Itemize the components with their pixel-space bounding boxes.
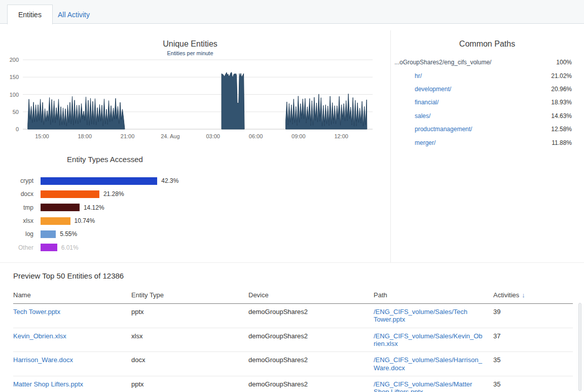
common-path-percent: 18.93%	[551, 99, 572, 106]
entity-type-row: tmp14.12%	[0, 201, 178, 214]
area-series[interactable]	[222, 72, 244, 129]
common-paths-list: ...oGroupShares2/eng_cifs_volume/100%hr/…	[394, 56, 577, 149]
activities-cell: 37	[493, 332, 573, 348]
entity-type-value: 21.28%	[103, 190, 124, 198]
common-path-link[interactable]: financial/	[415, 99, 439, 106]
entity-name-link[interactable]: Matter Shop Lifters.pptx	[13, 380, 131, 392]
entity-type-bar[interactable]	[41, 177, 157, 185]
entity-type-bar[interactable]	[41, 204, 80, 211]
common-path-percent: 11.88%	[552, 139, 572, 146]
common-path-link[interactable]: hr/	[415, 72, 422, 80]
column-header-name[interactable]: Name	[13, 291, 131, 299]
entity-type-bar[interactable]	[41, 190, 99, 198]
common-path-percent: 20.96%	[551, 86, 572, 93]
common-path-row: development/20.96%	[394, 83, 577, 96]
entity-types-bars: crypt42.3%docx21.28%tmp14.12%xlsx10.74%l…	[0, 174, 178, 254]
entity-type-cell: docx	[131, 356, 248, 372]
device-cell: demoGroupShares2	[248, 356, 374, 372]
table-scrollbar[interactable]	[578, 303, 581, 391]
device-cell: demoGroupShares2	[248, 380, 374, 392]
tab-entities[interactable]: Entities	[7, 5, 53, 24]
entity-type-row: xlsx10.74%	[0, 214, 178, 227]
common-path-row: productmanagement/12.58%	[394, 123, 577, 136]
entity-type-label: Other	[0, 244, 33, 251]
entity-type-bar[interactable]	[41, 217, 70, 225]
device-cell: demoGroupShares2	[248, 308, 374, 324]
entity-type-label: crypt	[0, 177, 33, 184]
entity-path-link[interactable]: /ENG_CIFS_volume/Sales/Harrison_Ware.doc…	[374, 356, 493, 372]
x-tick-label: 21:00	[121, 133, 135, 139]
common-path-row: merger/11.88%	[394, 136, 577, 149]
common-path-row: ...oGroupShares2/eng_cifs_volume/100%	[394, 56, 577, 69]
column-header-device[interactable]: Device	[248, 291, 374, 299]
column-header-path[interactable]: Path	[374, 291, 493, 299]
common-path-percent: 14.63%	[551, 112, 572, 120]
entity-types-title: Entity Types Accessed	[0, 155, 210, 164]
area-series[interactable]	[286, 94, 367, 129]
sort-desc-icon[interactable]: ↓	[522, 291, 525, 299]
column-header-entity-type[interactable]: Entity Type	[131, 291, 248, 299]
x-tick-label: 12:00	[334, 133, 348, 139]
common-path-link[interactable]: productmanagement/	[415, 126, 472, 133]
entity-path-link[interactable]: /ENG_CIFS_volume/Sales/Matter Shop Lifte…	[374, 380, 493, 392]
entity-type-cell: xlsx	[131, 332, 248, 348]
entity-type-cell: pptx	[131, 308, 248, 324]
unique-entities-subtitle: Entities per minute	[0, 50, 380, 56]
common-path-percent: 21.02%	[551, 72, 572, 80]
x-tick-label: 06:00	[249, 133, 263, 139]
common-path-row: hr/21.02%	[394, 69, 577, 82]
area-series[interactable]	[28, 96, 125, 129]
entities-table: Name Entity Type Device Path Activities …	[13, 291, 573, 392]
entity-type-row: log5.55%	[0, 227, 178, 241]
common-paths-title: Common Paths	[390, 40, 584, 49]
entity-type-value: 5.55%	[60, 230, 77, 238]
tab-all-activity[interactable]: All Activity	[53, 5, 95, 24]
entity-type-bar[interactable]	[41, 230, 56, 238]
activities-cell: 39	[493, 308, 573, 324]
x-tick-label: 03:00	[206, 133, 220, 139]
y-tick-label: 50	[13, 109, 19, 115]
y-tick-label: 150	[10, 74, 19, 80]
section-divider	[0, 262, 584, 263]
entity-type-value: 6.01%	[61, 244, 79, 251]
device-cell: demoGroupShares2	[248, 332, 374, 348]
x-tick-label: 18:00	[78, 133, 92, 139]
x-tick-label: 15:00	[35, 133, 49, 139]
common-path-link[interactable]: development/	[415, 86, 451, 93]
table-row: Matter Shop Lifters.pptxpptxdemoGroupSha…	[13, 376, 573, 392]
entity-name-link[interactable]: Harrison_Ware.docx	[13, 356, 131, 372]
common-path-percent: 100%	[556, 59, 572, 66]
x-tick-label: 24. Aug	[161, 133, 179, 139]
entity-type-bar[interactable]	[41, 244, 57, 251]
entity-type-row: docx21.28%	[0, 187, 178, 201]
common-path-link[interactable]: sales/	[415, 112, 430, 120]
preview-title: Preview Top 50 Entities of 12386	[13, 271, 124, 280]
entity-type-value: 42.3%	[161, 177, 178, 184]
entity-type-label: xlsx	[0, 217, 33, 224]
entity-type-cell: pptx	[131, 380, 248, 392]
entity-type-value: 14.12%	[84, 204, 104, 211]
unique-entities-title: Unique Entities	[0, 40, 380, 49]
entity-type-label: tmp	[0, 204, 33, 211]
entity-name-link[interactable]: Tech Tower.pptx	[13, 308, 131, 324]
table-row: Kevin_Obrien.xlsxxlsxdemoGroupShares2/EN…	[13, 328, 573, 352]
common-path-link[interactable]: ...oGroupShares2/eng_cifs_volume/	[394, 59, 491, 66]
entity-path-link[interactable]: /ENG_CIFS_volume/Sales/Kevin_Obrien.xlsx	[374, 332, 493, 348]
y-tick-label: 200	[10, 57, 19, 63]
column-header-activities-label: Activities	[493, 291, 519, 299]
activities-cell: 35	[493, 356, 573, 372]
entity-type-label: docx	[0, 190, 33, 198]
entity-type-value: 10.74%	[75, 217, 95, 224]
entity-name-link[interactable]: Kevin_Obrien.xlsx	[13, 332, 131, 348]
common-path-link[interactable]: merger/	[415, 139, 435, 146]
entity-path-link[interactable]: /ENG_CIFS_volume/Sales/Tech Tower.pptx	[374, 308, 493, 324]
activities-cell: 35	[493, 380, 573, 392]
vertical-divider	[390, 30, 391, 262]
x-tick-label: 09:00	[291, 133, 306, 139]
entity-type-label: log	[0, 230, 33, 238]
table-row: Harrison_Ware.docxdocxdemoGroupShares2/E…	[13, 352, 573, 376]
entities-table-body: Tech Tower.pptxpptxdemoGroupShares2/ENG_…	[13, 304, 573, 392]
table-row: Tech Tower.pptxpptxdemoGroupShares2/ENG_…	[13, 304, 573, 328]
column-header-activities[interactable]: Activities ↓	[493, 291, 573, 299]
unique-entities-plot[interactable]: 05010015020015:0018:0021:0024. Aug03:000…	[0, 57, 378, 143]
